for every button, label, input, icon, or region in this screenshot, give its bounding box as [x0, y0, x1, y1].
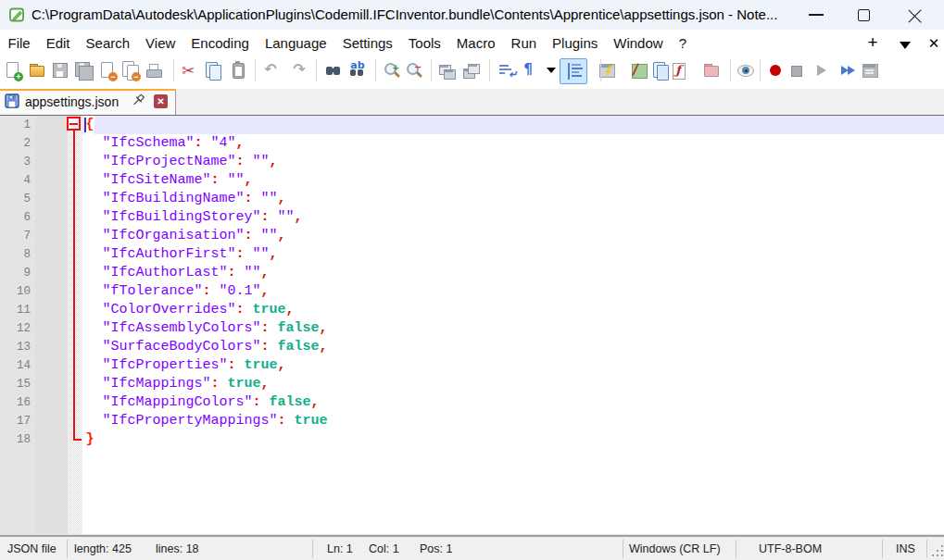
menu-language[interactable]: Language: [257, 30, 334, 57]
menu-encoding[interactable]: Encoding: [183, 30, 258, 57]
fold-margin[interactable]: [68, 116, 82, 534]
status-bar: JSON file length: 425 lines: 18 Ln: 1 Co…: [0, 535, 944, 560]
fold-guide-line: [73, 131, 75, 440]
macro-save-icon[interactable]: [861, 61, 879, 80]
toolbar-separator: [489, 59, 490, 81]
title-bar: C:\ProgramData\Autodesk\ApplicationPlugi…: [0, 0, 944, 30]
status-column: Col: 1: [369, 542, 399, 555]
undo-icon[interactable]: ↶: [261, 61, 280, 80]
code-line-13: "SurfaceBodyColors": false,: [86, 338, 328, 356]
menu-plugins[interactable]: Plugins: [545, 30, 606, 57]
menu-file[interactable]: File: [0, 30, 38, 57]
line-number: 11: [0, 301, 31, 319]
monitoring-icon[interactable]: [736, 61, 755, 80]
menu-edit[interactable]: Edit: [38, 30, 78, 57]
save-file-icon[interactable]: [51, 61, 69, 80]
menu-search[interactable]: Search: [78, 30, 138, 57]
status-separator: [926, 540, 927, 558]
close-tab-button[interactable]: ✕: [924, 30, 944, 57]
resize-grip[interactable]: [932, 554, 934, 556]
status-separator: [736, 540, 736, 558]
code-line-4: "IfcSiteName": "",: [86, 171, 328, 190]
code-line-2: "IfcSchema": "4",: [86, 134, 328, 153]
code-line-6: "IfcBuildingStorey": "",: [86, 208, 328, 227]
code-line-3: "IfcProjectName": "",: [86, 153, 328, 171]
active-tab-accent: [0, 89, 176, 91]
line-number: 5: [0, 190, 31, 208]
sync-horizontal-icon[interactable]: [461, 61, 480, 80]
menu-settings[interactable]: Settings: [334, 30, 400, 57]
print-icon[interactable]: [145, 61, 163, 80]
macro-play-icon[interactable]: [812, 61, 830, 80]
code-lines[interactable]: { "IfcSchema": "4", "IfcProjectName": ""…: [86, 116, 328, 449]
close-file-icon[interactable]: −: [98, 61, 117, 80]
paste-icon[interactable]: [229, 61, 247, 80]
menu-macro[interactable]: Macro: [448, 30, 503, 57]
copy-icon[interactable]: [204, 61, 222, 80]
show-all-chars-dropdown-icon[interactable]: [543, 61, 556, 80]
tab-bar: appsettings.json ✕: [0, 89, 944, 116]
tab-list-dropdown-icon[interactable]: [900, 42, 911, 49]
zoom-out-icon[interactable]: −: [405, 61, 423, 80]
close-all-icon[interactable]: −: [121, 61, 140, 80]
code-line-17: "IfcPropertyMappings": true: [86, 412, 328, 430]
tab-appsettings[interactable]: appsettings.json ✕: [0, 89, 176, 115]
zoom-in-icon[interactable]: +: [383, 61, 401, 80]
menu-view[interactable]: View: [138, 30, 183, 57]
code-line-15: "IfcMappings": true,: [86, 375, 328, 393]
line-numbers: 123456789101112131415161718: [0, 116, 31, 449]
tab-label: appsettings.json: [25, 94, 119, 109]
new-file-icon[interactable]: +: [4, 61, 22, 80]
menu-run[interactable]: Run: [503, 30, 545, 57]
show-all-characters-icon[interactable]: ¶: [519, 61, 537, 80]
maximize-button[interactable]: [842, 0, 885, 30]
line-number: 3: [0, 153, 31, 171]
menu-window[interactable]: Window: [606, 30, 671, 57]
code-line-10: "fTolerance": "0.1",: [86, 282, 328, 301]
macro-record-icon[interactable]: [766, 61, 785, 80]
toolbar-separator: [173, 59, 174, 81]
line-number: 1: [0, 116, 31, 134]
line-number: 10: [0, 282, 31, 301]
close-button[interactable]: [893, 0, 936, 30]
line-number: 2: [0, 134, 31, 153]
function-list-icon[interactable]: ƒ: [669, 61, 687, 80]
menu-help[interactable]: ?: [671, 30, 694, 57]
menu-tools[interactable]: Tools: [400, 30, 448, 57]
document-map-icon[interactable]: [630, 61, 648, 80]
save-all-icon[interactable]: [74, 61, 93, 80]
macro-run-multiple-icon[interactable]: [838, 61, 857, 80]
line-number: 13: [0, 338, 31, 356]
minimize-button[interactable]: [795, 0, 837, 30]
line-number: 15: [0, 375, 31, 393]
line-number: 14: [0, 356, 31, 375]
sync-vertical-icon[interactable]: [437, 61, 456, 80]
status-separator: [67, 540, 68, 558]
macro-stop-icon[interactable]: [787, 61, 805, 80]
pin-tab-icon[interactable]: [130, 93, 145, 109]
code-line-14: "IfcProperties": true,: [86, 356, 328, 375]
code-line-8: "IfcAuthorFirst": "",: [86, 245, 328, 264]
word-wrap-icon[interactable]: ↵: [497, 61, 515, 80]
redo-icon[interactable]: ↷: [290, 61, 308, 80]
editor[interactable]: 123456789101112131415161718 { "IfcSchema…: [0, 116, 944, 534]
toolbar-separator: [760, 59, 761, 81]
open-file-icon[interactable]: [28, 61, 46, 80]
document-list-icon[interactable]: [651, 61, 670, 80]
toolbar-separator: [600, 59, 601, 81]
indent-guide-icon[interactable]: [560, 58, 587, 84]
replace-icon[interactable]: ab: [348, 61, 367, 80]
tab-close-button[interactable]: ✕: [154, 94, 168, 108]
code-line-9: "IfcAuthorLast": "",: [86, 264, 328, 282]
bookmark-margin[interactable]: [35, 116, 68, 534]
code-line-7: "IfcOrganisation": "",: [86, 227, 328, 245]
status-encoding: UTF-8-BOM: [759, 542, 822, 555]
line-number: 18: [0, 430, 31, 449]
find-icon[interactable]: [323, 61, 342, 80]
folder-as-workspace-icon[interactable]: [702, 61, 721, 80]
new-tab-button[interactable]: +: [862, 30, 883, 57]
cut-icon[interactable]: ✂: [179, 61, 197, 80]
status-separator: [882, 540, 883, 558]
line-number: 8: [0, 245, 31, 264]
status-separator: [623, 540, 623, 558]
